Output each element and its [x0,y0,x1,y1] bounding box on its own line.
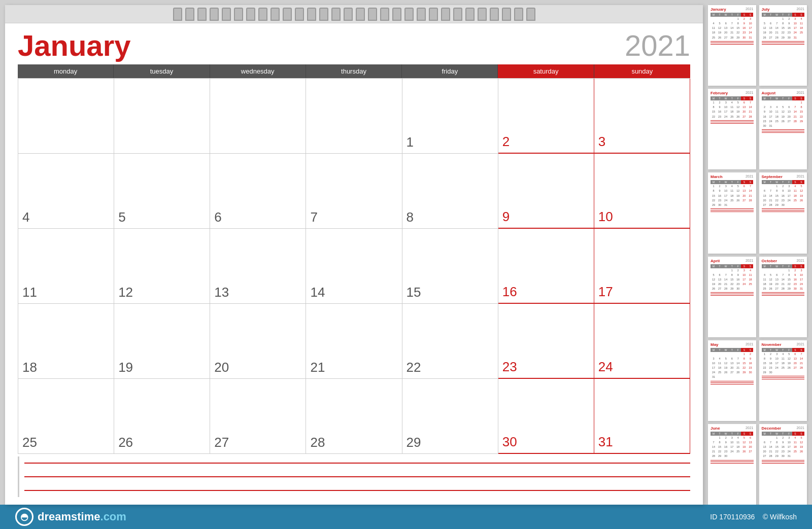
mini-date-9: 9 [792,273,798,277]
mini-date-22: 22 [780,30,786,35]
mini-date-26: 26 [741,449,747,454]
mini-day-header: F [735,348,741,352]
mini-date-13: 13 [741,105,747,110]
mini-day-header: S [741,96,747,100]
mini-year: 2021 [796,7,804,12]
mini-day-header: S [747,348,753,352]
mini-date-16: 16 [717,110,723,114]
mini-date-13: 13 [762,194,768,198]
mini-date-10: 10 [710,361,717,366]
mini-month-name: June [710,426,720,431]
mini-date-24: 24 [729,449,735,454]
mini-date-7: 7 [729,21,735,26]
mini-calendar-row-3: April2021MTWTFSS...123456789101112131415… [708,257,807,337]
mini-cal-december: December2021MTWTFSS..1234567891011121314… [759,424,807,505]
mini-date-3: 3 [729,436,735,440]
mini-date-9: 9 [786,21,792,26]
mini-date-13: 13 [717,277,723,282]
mini-day-header: T [729,348,735,352]
mini-date-26: 26 [798,198,804,203]
mini-date-9: 9 [741,21,747,26]
mini-date-23: 23 [717,198,723,203]
mini-date-27: 27 [762,203,768,207]
mini-grid: MTWTFSS..1234567891011121314151617181920… [762,432,805,459]
mini-cal-november: November2021MTWTFSS123456789101112131415… [759,340,807,421]
spiral-tooth [331,8,341,21]
mini-note-line [762,211,805,212]
mini-year: 2021 [746,342,754,347]
mini-date-11: 11 [780,357,786,361]
mini-date-14: 14 [798,357,804,361]
mini-date-24: 24 [774,366,780,370]
date-number-20: 20 [214,360,229,375]
mini-date-20: 20 [741,194,747,198]
mini-date-3: 3 [786,436,792,440]
day-header-monday: monday [18,64,114,78]
mini-month-name: November [762,342,782,347]
mini-date-15: 15 [741,361,747,366]
mini-date-28: 28 [792,119,798,124]
mini-date-11: 11 [762,277,768,282]
mini-day-header: F [786,180,792,184]
mini-date-23: 23 [741,30,747,35]
mini-date-26: 26 [710,287,717,291]
mini-date-18: 18 [710,30,717,35]
calendar-cell-empty-1 [114,79,210,154]
spiral-tooth [514,8,523,21]
mini-date-12: 12 [741,440,747,445]
mini-date-28: 28 [747,198,753,203]
mini-date-2: 2 [792,268,798,273]
mini-grid: MTWTFSS.....1234567891011121314151617181… [710,348,754,380]
mini-date-13: 13 [747,440,753,445]
mini-date-6: 6 [786,105,792,110]
mini-date-4: 4 [717,357,723,361]
calendar-cell-7: 7 [306,154,402,229]
date-number-19: 19 [118,360,133,375]
mini-date-27: 27 [729,370,735,375]
mini-date-15: 15 [762,361,768,366]
mini-date-18: 18 [780,361,786,366]
mini-date-22: 22 [774,198,780,203]
mini-empty-cell: . [762,184,768,189]
spiral-tooth [246,8,255,21]
mini-date-9: 9 [762,110,768,114]
mini-date-2: 2 [735,268,741,273]
mini-day-header: F [735,264,741,268]
mini-day-header: S [798,264,804,268]
mini-date-15: 15 [729,277,735,282]
mini-date-10: 10 [792,21,798,26]
mini-date-23: 23 [792,282,798,287]
mini-date-28: 28 [780,287,786,291]
mini-day-header: T [717,432,723,436]
mini-day-header: W [774,264,780,268]
mini-note-line [710,460,754,461]
mini-date-3: 3 [723,100,729,105]
mini-date-8: 8 [710,105,717,110]
mini-date-17: 17 [723,194,729,198]
mini-date-6: 6 [792,352,798,357]
mini-date-22: 22 [798,115,804,119]
mini-date-3: 3 [747,17,753,21]
mini-day-header: S [747,13,753,17]
mini-day-header: F [786,96,792,100]
mini-date-1: 1 [717,436,723,440]
mini-date-18: 18 [798,26,804,30]
mini-date-5: 5 [780,105,786,110]
mini-date-26: 26 [717,36,723,40]
year-label: 2021 [625,31,690,60]
day-header-thursday: thursday [306,64,402,78]
calendar-cell-25: 25 [18,379,114,454]
mini-date-4: 4 [774,105,780,110]
mini-date-10: 10 [768,110,774,114]
main-area: January 2021 monday tuesday wednesday th… [0,0,812,505]
mini-empty-cell: . [768,17,774,21]
mini-date-28: 28 [798,366,804,370]
mini-date-9: 9 [717,189,723,193]
mini-day-header: T [780,264,786,268]
mini-date-22: 22 [735,30,741,35]
mini-date-5: 5 [735,184,741,189]
mini-date-29: 29 [729,287,735,291]
mini-note-line [762,44,805,45]
mini-day-header: W [723,264,729,268]
mini-note-line [762,295,805,296]
